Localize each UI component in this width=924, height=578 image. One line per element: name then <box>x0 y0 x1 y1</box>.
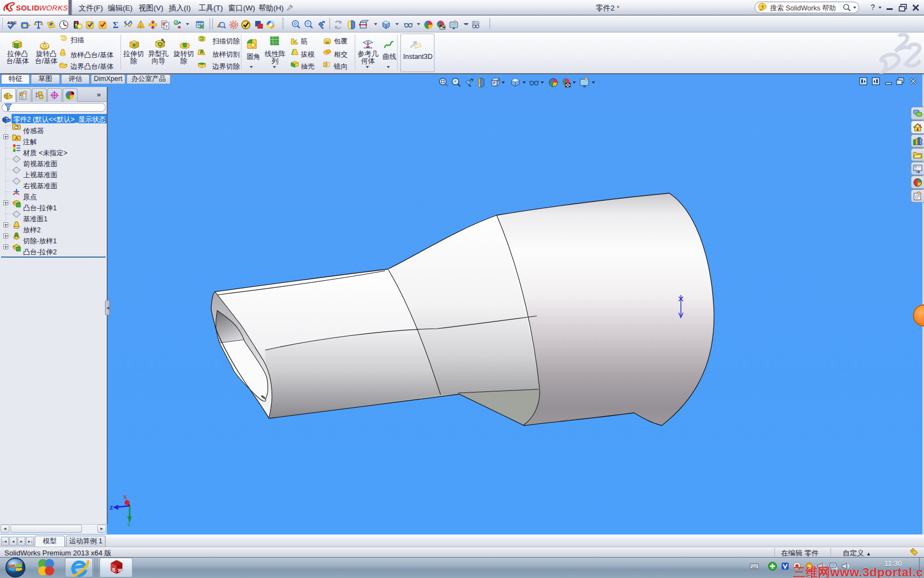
svg-text:WORKS: WORKS <box>39 4 68 12</box>
svg-text:Σ: Σ <box>113 20 118 30</box>
svg-text:(D1): (D1) <box>472 20 480 25</box>
svg-text:S: S <box>112 567 116 572</box>
svg-text:Y: Y <box>127 522 131 527</box>
svg-text:?: ? <box>165 24 168 29</box>
svg-text:X: X <box>123 494 128 500</box>
svg-text:?: ? <box>761 4 765 10</box>
svg-text:A: A <box>15 135 19 141</box>
svg-text:ab: ab <box>326 41 329 44</box>
svg-text:SOLID: SOLID <box>16 4 40 12</box>
svg-text:W: W <box>118 568 123 573</box>
svg-text:Z: Z <box>109 505 113 511</box>
